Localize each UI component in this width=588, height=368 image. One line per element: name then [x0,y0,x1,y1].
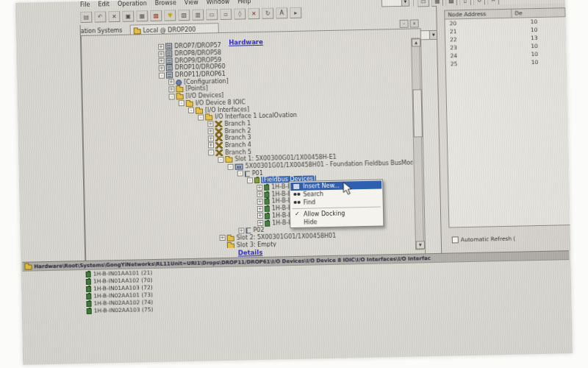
folder-icon [24,264,32,269]
chevron-down-icon[interactable]: ▼ [401,0,409,6]
toolbar-icon: ▤ [83,14,89,20]
node-address-window: Node Address De 20 10 21 10 22 13 23 10 [436,3,570,253]
expander-icon[interactable]: - [159,72,165,78]
drop-icon [166,72,173,79]
toolbar-button-preview[interactable]: ▭ [206,9,218,20]
menu-item-label: Find [304,199,316,205]
expander-icon[interactable]: + [208,128,214,134]
toolbar-icon: ▣ [125,13,131,19]
menu-item[interactable]: Window [207,0,230,7]
expander-icon[interactable]: + [208,135,214,141]
toolbar-button-camera[interactable]: ▫ [220,9,232,20]
toolbar-button-copy[interactable]: ▣ [122,11,134,22]
toolbar-button-palette[interactable]: ▩ [150,10,162,21]
expander-icon[interactable]: + [208,143,214,149]
tree-node-label: Branch 3 [224,134,252,141]
scroll-down-icon[interactable]: ▼ [416,241,425,249]
expander-icon[interactable]: + [257,199,263,205]
expander-icon[interactable]: + [168,86,174,92]
device-cell: 10 [514,57,567,67]
toolbar-button-filter[interactable]: ▼ [164,10,176,21]
branch-icon [215,142,223,149]
expander-icon[interactable]: + [257,191,262,197]
expander-icon[interactable]: + [159,58,165,64]
toolbar-button-refresh[interactable]: ↻ [262,8,273,19]
menu-item[interactable]: Help [237,0,251,7]
expander-icon[interactable]: + [158,51,164,57]
expander-icon[interactable]: + [207,121,213,127]
toolbar-combobox[interactable]: ▼ [381,0,409,7]
automatic-refresh-checkbox[interactable] [452,236,459,243]
port-icon [245,227,251,233]
toolbar-button-open[interactable]: ▧ [178,10,190,21]
device-label: 1H-B-IN01AA102 (70) [93,277,153,285]
minimize-button[interactable]: – [400,20,409,28]
menu-item[interactable]: Browse [155,0,176,8]
device-icon [265,213,270,219]
toolbar-button-delete[interactable]: ✕ [248,8,259,19]
expander-icon[interactable]: - [179,100,184,106]
toolbar-button-range[interactable]: ▭ [417,0,429,7]
toolbar-icon: ↶ [98,14,103,20]
drop-icon [166,65,173,71]
mouse-cursor-icon [343,181,352,198]
expander-icon[interactable]: - [169,93,175,99]
expander-icon[interactable]: - [237,171,243,177]
toolbar-button-save[interactable]: ▥ [192,10,204,21]
scrollbar-thumb[interactable] [413,89,423,137]
expander-icon[interactable]: + [257,220,263,226]
toolbar-icon: ▭ [420,0,426,4]
toolbar-button-find[interactable]: A [276,7,287,18]
menu-item-label: Insert New... [303,183,340,190]
toolbar-button-search-remove[interactable]: ◊ [234,8,245,19]
expander-icon[interactable]: - [188,107,194,113]
scroll-up-icon[interactable]: ▲ [412,38,420,46]
menu-item[interactable]: File [80,1,90,10]
table-row[interactable]: 25 10 [446,57,567,68]
menu-item[interactable]: Edit [98,1,110,9]
device-icon [264,185,269,191]
device-icon [86,300,91,306]
main-toolbar: ▤ ↶ ✕ ▣ ▦ ▩ ▼ ▧ ▥ ▭ ▫ ◊ ✕ ↻ A ▸ [80,7,301,24]
device-icon [265,220,270,226]
toolbar-separator [413,0,414,7]
expander-icon[interactable]: - [228,163,234,169]
context-menu-item[interactable]: Find [291,197,382,208]
toolbar-button-undo[interactable]: ↶ [94,11,106,22]
tree-node-label: P02 [252,227,265,233]
device-label: 1H-B-IN01AA101 (21) [93,269,153,277]
close-button[interactable]: x [410,19,419,27]
device-list-item[interactable]: 1H-B-IN02AA103 (75) [87,305,154,314]
menu-item[interactable]: View [184,0,198,7]
expander-icon[interactable]: + [220,235,226,241]
child-window-controls: – x [400,19,419,28]
expander-icon[interactable]: + [159,66,165,71]
toolbar-button-print[interactable]: ▤ [80,12,92,23]
device-icon [87,308,92,314]
expander-icon[interactable]: + [257,206,263,212]
menu-item-label: Allow Docking [304,210,345,218]
expander-icon[interactable]: + [168,79,174,85]
expander-icon[interactable]: - [208,149,214,155]
application-window: FileEditOperationBrowseViewWindowHelp ▤ … [15,0,573,365]
context-menu-item[interactable]: Hide [291,216,382,227]
toolbar-button-cut[interactable]: ✕ [108,11,120,22]
expander-icon[interactable]: - [247,177,253,183]
device-icon [86,286,91,291]
config-icon [176,79,182,85]
expander-icon[interactable]: + [158,44,164,50]
expander-icon[interactable]: + [238,227,244,233]
automatic-refresh-row: Automatic Refresh ( [452,236,516,244]
drop-icon [165,43,172,50]
toolbar-button-pin[interactable]: ▸ [290,7,301,18]
toolbar-icon: ✕ [112,14,117,20]
menu-item[interactable]: Operation [118,0,147,9]
toolbar-button-paste[interactable]: ▦ [136,10,148,21]
expander-icon[interactable]: + [257,184,262,190]
device-label: 1H-B-IN01AA103 (72) [93,284,153,292]
expander-icon[interactable]: + [257,213,263,219]
expander-icon[interactable]: - [218,157,223,163]
expander-icon[interactable]: - [198,114,204,120]
toolbar-icon: ▫ [224,11,229,17]
toolbar-icon: ▦ [434,0,440,4]
